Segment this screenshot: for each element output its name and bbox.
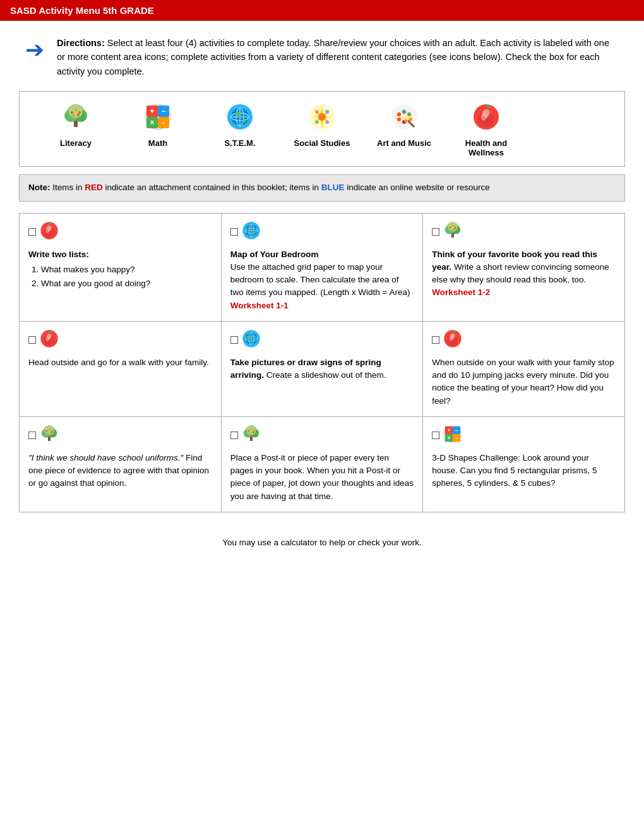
activity-cell-6: When outside on your walk with your fami… <box>423 322 625 417</box>
cell-header-6 <box>432 329 616 351</box>
social-studies-icon <box>308 103 336 135</box>
svg-point-93 <box>253 430 254 432</box>
worksheet-link-1: Worksheet 1-1 <box>230 301 289 310</box>
checkbox-2[interactable] <box>230 228 238 236</box>
svg-point-95 <box>252 432 254 433</box>
icon-label-art-music: Art and Music <box>377 138 431 148</box>
svg-point-84 <box>47 432 49 434</box>
icon-item-math: + − × ÷ Math <box>117 103 199 148</box>
activities-grid: Write two lists: What makes you happy? W… <box>19 213 625 512</box>
svg-point-7 <box>78 111 81 114</box>
directions-label: Directions: <box>57 38 105 48</box>
cell-content-7: "I think we should have school uniforms.… <box>28 452 212 490</box>
checkbox-5[interactable] <box>230 336 238 344</box>
svg-point-92 <box>250 428 252 430</box>
svg-point-29 <box>325 110 329 114</box>
svg-point-28 <box>315 110 319 114</box>
cell-header-9: + − × ÷ <box>432 425 616 447</box>
icon-label-stem: S.T.E.M. <box>224 138 255 148</box>
svg-point-66 <box>46 336 49 341</box>
cell-header-4 <box>28 329 212 351</box>
svg-point-85 <box>50 432 52 433</box>
cell-icon-4 <box>40 329 59 351</box>
checkbox-1[interactable] <box>28 228 36 236</box>
checkbox-7[interactable] <box>28 432 36 439</box>
cell-content-5: Take pictures or draw signs of spring ar… <box>230 356 414 382</box>
directions-body: Select at least four (4) activities to c… <box>57 38 609 76</box>
header-bar: SASD Activity Menu 5th GRADE <box>0 0 644 21</box>
note-blue: BLUE <box>321 183 345 192</box>
cell-icon-9: + − × ÷ <box>443 425 462 447</box>
cell-icon-7 <box>40 425 59 447</box>
icon-label-health: Health andWellness <box>465 138 507 157</box>
cell-content-9: 3-D Shapes Challenge: Look around your h… <box>432 452 616 490</box>
svg-text:÷: ÷ <box>456 436 458 440</box>
svg-point-36 <box>407 112 411 116</box>
icon-item-health: Health andWellness <box>445 103 527 157</box>
svg-text:−: − <box>455 427 458 433</box>
svg-point-94 <box>249 432 251 434</box>
svg-point-30 <box>315 120 319 124</box>
svg-point-62 <box>451 229 453 231</box>
svg-rect-80 <box>48 437 51 441</box>
activity-cell-7: "I think we should have school uniforms.… <box>20 417 222 512</box>
activity-cell-9: + − × ÷ 3-D Shapes Challenge: Look aroun… <box>423 417 625 512</box>
cell-content-4: Head outside and go for a walk with your… <box>28 356 212 369</box>
icons-box: Literacy + − × ÷ Math <box>19 91 625 167</box>
svg-text:×: × <box>448 435 451 441</box>
health-icon <box>472 103 500 135</box>
svg-point-44 <box>481 113 486 121</box>
literacy-icon <box>62 103 90 135</box>
note-text1: Items in <box>51 183 85 192</box>
svg-text:×: × <box>150 118 154 127</box>
svg-point-83 <box>51 430 53 432</box>
svg-point-60 <box>452 225 454 227</box>
worksheet-link-2: Worksheet 1-2 <box>432 287 490 297</box>
activity-cell-2: Map of Your Bedroom Use the attached gri… <box>222 214 424 322</box>
checkbox-3[interactable] <box>432 228 439 236</box>
svg-point-39 <box>397 118 401 121</box>
svg-point-27 <box>318 113 326 121</box>
svg-point-34 <box>397 112 401 116</box>
note-red: RED <box>85 183 103 192</box>
activity-cell-4: Head outside and go for a walk with your… <box>20 322 222 417</box>
activity-cell-3: Think of your favorite book you read thi… <box>423 214 625 322</box>
svg-point-79 <box>45 425 54 435</box>
svg-point-81 <box>46 430 48 432</box>
checkbox-8[interactable] <box>230 432 238 439</box>
icon-label-math: Math <box>148 138 167 148</box>
svg-point-31 <box>325 120 329 124</box>
cell-content-8: Place a Post-it or piece of paper every … <box>230 452 414 503</box>
svg-point-5 <box>71 111 73 114</box>
cell-header-2 <box>230 221 414 243</box>
cell-header-1 <box>28 221 212 243</box>
cell-header-8 <box>230 425 414 447</box>
svg-point-82 <box>49 428 51 430</box>
header-title: SASD Activity Menu 5th GRADE <box>10 5 154 16</box>
cell-content-1: Write two lists: What makes you happy? W… <box>28 248 212 291</box>
math-icon: + − × ÷ <box>144 103 172 135</box>
svg-point-75 <box>450 336 453 341</box>
cell-header-7 <box>28 425 212 447</box>
svg-point-59 <box>450 227 451 229</box>
cell-icon-6 <box>443 329 462 351</box>
svg-point-89 <box>246 425 256 435</box>
svg-rect-90 <box>250 437 253 441</box>
note-text2: indicate an attachment contained in this… <box>103 183 321 192</box>
checkbox-9[interactable] <box>432 432 439 439</box>
svg-text:+: + <box>448 427 451 433</box>
icon-item-literacy: Literacy <box>35 103 117 148</box>
svg-point-35 <box>402 110 406 114</box>
art-music-icon <box>390 103 418 135</box>
cell-content-2: Map of Your Bedroom Use the attached gri… <box>230 248 414 312</box>
activity-cell-5: Take pictures or draw signs of spring ar… <box>222 322 424 417</box>
cell-header-3 <box>432 221 616 243</box>
directions-section: ➔ Directions: Select at least four (4) a… <box>0 36 644 91</box>
svg-point-8 <box>73 114 75 117</box>
checkbox-6[interactable] <box>432 336 439 344</box>
cell-icon-5 <box>242 329 261 351</box>
icons-row: Literacy + − × ÷ Math <box>35 103 609 157</box>
svg-point-9 <box>77 114 80 116</box>
svg-rect-58 <box>451 233 454 238</box>
checkbox-4[interactable] <box>28 336 36 344</box>
